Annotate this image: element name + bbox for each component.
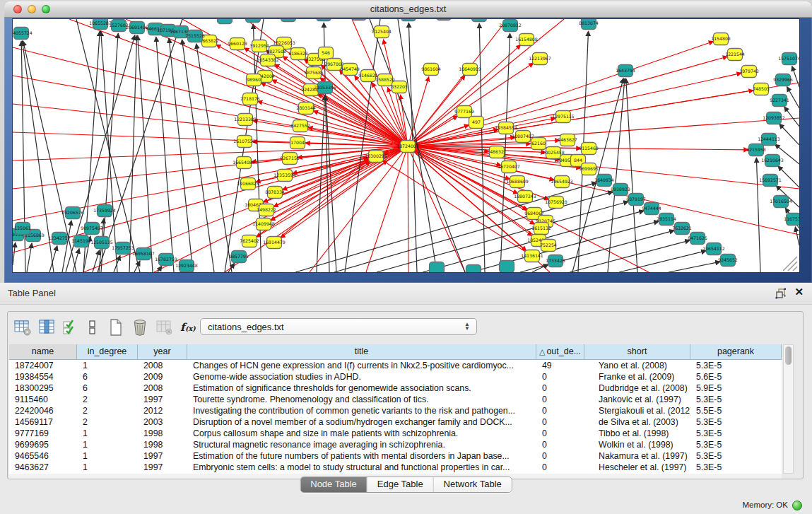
table-cell[interactable]: Embryonic stem cells: a model to study s… bbox=[187, 462, 536, 473]
table-cell[interactable]: Wolkin et al. (1998) bbox=[584, 439, 690, 450]
table-row[interactable]: 1938455462009Genome-wide association stu… bbox=[9, 371, 782, 382]
table-row[interactable]: 969969511998Structural magnetic resonanc… bbox=[9, 439, 782, 450]
column-header-in_degree[interactable]: in_degree bbox=[77, 344, 138, 360]
table-cell[interactable]: 18300295 bbox=[9, 382, 77, 394]
table-settings-icon[interactable] bbox=[12, 317, 33, 338]
table-cell[interactable]: 5.3E-5 bbox=[690, 450, 782, 462]
table-cell[interactable]: 1997 bbox=[138, 394, 187, 405]
graph-node[interactable] bbox=[281, 19, 296, 22]
table-cell[interactable]: 0 bbox=[536, 462, 584, 473]
table-cell[interactable]: 0 bbox=[536, 382, 584, 394]
column-header-out_de[interactable]: △out_de... bbox=[536, 344, 584, 360]
citation-network-graph[interactable]: 1872400718300295391295418226053982750881… bbox=[13, 19, 799, 272]
table-cell[interactable]: 9699695 bbox=[9, 439, 77, 450]
table-cell[interactable]: Investigating the contribution of common… bbox=[187, 405, 536, 416]
table-cell[interactable]: 5.5E-5 bbox=[690, 405, 782, 416]
table-cell[interactable]: Tibbo et al. (1998) bbox=[584, 428, 690, 439]
table-cell[interactable]: 2 bbox=[77, 416, 138, 428]
select-rows-icon[interactable] bbox=[60, 317, 81, 338]
table-cell[interactable]: 9115460 bbox=[9, 394, 77, 405]
table-cell[interactable]: Franke et al. (2009) bbox=[584, 371, 690, 382]
close-panel-icon[interactable]: ✕ bbox=[794, 286, 804, 298]
graph-node[interactable] bbox=[472, 19, 487, 22]
graph-node[interactable] bbox=[430, 262, 445, 273]
table-cell[interactable]: 1997 bbox=[138, 462, 187, 473]
function-builder-icon[interactable]: f (x) bbox=[179, 317, 200, 338]
table-cell[interactable]: 22420046 bbox=[9, 405, 77, 416]
table-cell[interactable]: 1 bbox=[77, 462, 138, 473]
table-cell[interactable]: 2 bbox=[77, 394, 138, 405]
table-cell[interactable]: Genome-wide association studies in ADHD. bbox=[187, 371, 536, 382]
delete-icon[interactable] bbox=[129, 317, 151, 338]
tab-node-table[interactable]: Node Table bbox=[300, 477, 367, 492]
row-height-icon[interactable] bbox=[81, 317, 102, 338]
table-cell[interactable]: 2008 bbox=[138, 360, 187, 371]
table-cell[interactable]: Nakamura et al. (1997) bbox=[584, 450, 690, 462]
table-vertical-scrollbar[interactable] bbox=[783, 344, 794, 474]
table-cell[interactable]: 18724007 bbox=[9, 360, 77, 371]
table-row[interactable]: 911546021997Tourette syndrome. Phenomeno… bbox=[9, 394, 782, 405]
window-titlebar[interactable]: citations_edges.txt bbox=[4, 1, 812, 18]
column-header-year[interactable]: year bbox=[138, 344, 187, 360]
table-cell[interactable]: 0 bbox=[536, 371, 584, 382]
table-cell[interactable]: 5.6E-5 bbox=[690, 371, 782, 382]
table-row[interactable]: 946554611997Estimation of the future num… bbox=[9, 450, 782, 462]
table-cell[interactable]: 1998 bbox=[138, 439, 187, 450]
table-cell[interactable]: 5.9E-5 bbox=[690, 382, 782, 394]
new-file-icon[interactable] bbox=[105, 317, 126, 338]
graph-node[interactable] bbox=[317, 19, 331, 21]
table-cell[interactable]: 1998 bbox=[138, 428, 187, 439]
network-canvas[interactable]: 1872400718300295391295418226053982750881… bbox=[13, 19, 799, 272]
table-cell[interactable]: Dudbridge et al. (2008) bbox=[584, 382, 690, 394]
column-header-short[interactable]: short bbox=[584, 344, 690, 360]
graph-node[interactable] bbox=[500, 261, 514, 273]
graph-node[interactable] bbox=[352, 19, 367, 21]
table-cell[interactable]: Stergiakouli et al. (2012) bbox=[584, 405, 690, 416]
column-header-name[interactable]: name bbox=[9, 344, 77, 360]
table-cell[interactable]: 1 bbox=[77, 428, 138, 439]
table-row[interactable]: 1872400712008Changes of HCN gene express… bbox=[9, 360, 782, 371]
table-cell[interactable]: 6 bbox=[77, 382, 138, 394]
table-cell[interactable]: Structural magnetic resonance image aver… bbox=[187, 439, 536, 450]
table-cell[interactable]: 9777169 bbox=[9, 428, 77, 439]
table-cell[interactable]: Tourette syndrome. Phenomenology and cla… bbox=[187, 394, 536, 405]
table-cell[interactable]: 6 bbox=[77, 371, 138, 382]
table-cell[interactable]: 9463627 bbox=[9, 462, 77, 473]
table-cell[interactable]: Changes of HCN gene expression and I(f) … bbox=[187, 360, 536, 371]
table-cell[interactable]: 5.3E-5 bbox=[690, 416, 782, 428]
table-cell[interactable]: 1 bbox=[77, 360, 138, 371]
scrollbar-thumb[interactable] bbox=[785, 346, 792, 365]
float-panel-icon[interactable] bbox=[775, 288, 787, 299]
resize-grip-icon[interactable] bbox=[793, 267, 797, 271]
table-cell[interactable]: 9465546 bbox=[9, 450, 77, 462]
table-cell[interactable]: 2009 bbox=[138, 371, 187, 382]
graph-node[interactable] bbox=[437, 19, 452, 21]
table-cell[interactable]: 2003 bbox=[138, 416, 187, 428]
table-cell[interactable]: 2008 bbox=[138, 382, 187, 394]
table-cell[interactable]: 1 bbox=[77, 450, 138, 462]
table-row[interactable]: 2242004622012Investigating the contribut… bbox=[9, 405, 782, 416]
table-cell[interactable]: Estimation of significance thresholds fo… bbox=[187, 382, 536, 394]
table-row[interactable]: 946362711997Embryonic stem cells: a mode… bbox=[9, 462, 782, 473]
graph-node[interactable] bbox=[401, 19, 416, 21]
table-cell[interactable]: de Silva et al. (2003) bbox=[584, 416, 690, 428]
table-cell[interactable]: 0 bbox=[536, 394, 584, 405]
table-cell[interactable]: Corpus callosum shape and size in male p… bbox=[187, 428, 536, 439]
table-source-select[interactable]: citations_edges.txt ▲▼ bbox=[200, 318, 477, 335]
table-cell[interactable]: Hescheler et al. (1997) bbox=[584, 462, 690, 473]
table-cell[interactable]: Yano et al. (2008) bbox=[584, 360, 690, 371]
graph-node[interactable] bbox=[246, 19, 261, 23]
tab-network-table[interactable]: Network Table bbox=[434, 477, 512, 492]
table-cell[interactable]: 2012 bbox=[138, 405, 187, 416]
table-cell[interactable]: Estimation of the future numbers of pati… bbox=[187, 450, 536, 462]
table-cell[interactable]: 14569117 bbox=[9, 416, 77, 428]
table-cell[interactable]: 1 bbox=[77, 439, 138, 450]
table-cell[interactable]: 5.3E-5 bbox=[690, 360, 782, 371]
table-row[interactable]: 1830029562008Estimation of significance … bbox=[9, 382, 782, 394]
table-cell[interactable]: 5.3E-5 bbox=[690, 428, 782, 439]
table-column-icon[interactable] bbox=[36, 317, 57, 338]
table-cell[interactable]: Jankovic et al. (1997) bbox=[584, 394, 690, 405]
table-cell[interactable]: 1997 bbox=[138, 450, 187, 462]
table-cell[interactable]: 0 bbox=[536, 428, 584, 439]
table-cell[interactable]: 5.3E-5 bbox=[690, 394, 782, 405]
